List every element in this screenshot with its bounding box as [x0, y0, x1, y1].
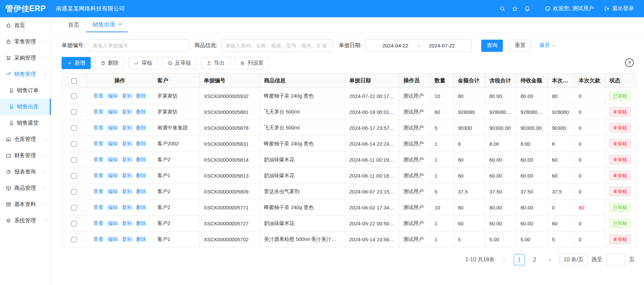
row-checkbox[interactable]	[71, 173, 77, 179]
unaudit-button[interactable]: 反审核	[162, 57, 197, 69]
cell-bill-no: XSCK00000005932	[200, 88, 260, 104]
sidebar-item-sales[interactable]: 销售管理	[0, 66, 51, 82]
row-action-delete[interactable]: 删除	[136, 172, 146, 178]
sidebar-item-system[interactable]: 系统管理	[0, 212, 51, 229]
page-jump-input[interactable]	[606, 254, 625, 265]
status-badge: 未审核	[609, 235, 630, 244]
sidebar-item-home[interactable]: 首页	[0, 17, 51, 34]
row-action-copy[interactable]: 复制	[122, 220, 132, 226]
expand-link[interactable]: 展开	[539, 42, 556, 49]
row-action-edit[interactable]: 编辑	[108, 204, 118, 210]
row-action-edit[interactable]: 编辑	[108, 93, 118, 99]
row-action-view[interactable]: 查看	[93, 141, 104, 146]
sidebar-item-purchase[interactable]: 采购管理	[0, 50, 51, 66]
reset-button[interactable]: 重置	[509, 40, 531, 52]
header-search-button[interactable]	[499, 6, 505, 12]
tab-home[interactable]: 首页	[62, 17, 86, 32]
row-action-delete[interactable]: 删除	[136, 220, 146, 226]
row-action-edit[interactable]: 编辑	[108, 109, 118, 115]
row-action-edit[interactable]: 编辑	[108, 157, 118, 162]
date-range-picker[interactable]: 2024-04-22 ~ 2024-07-22	[365, 39, 472, 52]
sidebar-item-goods[interactable]: 商品管理	[0, 180, 51, 196]
cell-receivable: 90300.00	[516, 120, 548, 136]
row-action-copy[interactable]: 复制	[122, 204, 132, 210]
search-button[interactable]: 查询	[481, 40, 503, 52]
row-checkbox[interactable]	[71, 141, 77, 147]
row-checkbox[interactable]	[71, 94, 77, 99]
row-action-copy[interactable]: 复制	[122, 236, 132, 242]
row-action-copy[interactable]: 复制	[122, 188, 132, 194]
page-button-2[interactable]: 2	[529, 254, 540, 265]
sidebar-item-sales-order[interactable]: 销售订单	[0, 82, 51, 99]
sales-outbound-table: 操作客户单据编号商品信息单据日期操作员数量金额合计含税合计待收金额本次收款本次欠…	[62, 73, 636, 247]
row-checkbox[interactable]	[71, 237, 77, 242]
row-action-delete[interactable]: 删除	[136, 236, 146, 242]
sidebar-item-sales-outbound[interactable]: 销售出库	[0, 99, 51, 115]
row-action-view[interactable]: 查看	[93, 220, 104, 226]
row-checkbox[interactable]	[71, 221, 77, 226]
row-action-delete[interactable]: 删除	[136, 125, 146, 130]
add-button[interactable]: 新增	[62, 57, 91, 69]
row-action-copy[interactable]: 复制	[122, 157, 132, 162]
sidebar-item-sales-return[interactable]: 销售退货	[0, 115, 51, 131]
row-action-edit[interactable]: 编辑	[108, 188, 118, 194]
header-bell-button[interactable]	[525, 6, 530, 12]
tab-close-icon[interactable]: ×	[118, 22, 121, 27]
sidebar-item-basedata[interactable]: 基本资料	[0, 196, 51, 212]
page-size-select[interactable]: 10 条/页	[559, 254, 587, 265]
tab-sales-outbound[interactable]: 销售出库×	[86, 17, 128, 32]
sidebar-item-report[interactable]: 报表查询	[0, 164, 51, 180]
row-checkbox[interactable]	[71, 157, 77, 163]
date-from[interactable]: 2024-04-22	[382, 43, 408, 48]
row-action-view[interactable]: 查看	[93, 125, 104, 130]
document-icon	[9, 121, 14, 125]
row-checkbox[interactable]	[71, 109, 77, 115]
column-setting-button[interactable]: 列设置	[235, 57, 269, 69]
row-action-delete[interactable]: 删除	[136, 204, 146, 210]
row-checkbox[interactable]	[71, 205, 77, 210]
row-checkbox[interactable]	[71, 189, 77, 195]
row-action-view[interactable]: 查看	[93, 236, 104, 242]
row-action-delete[interactable]: 删除	[136, 109, 146, 115]
audit-button[interactable]: 审核	[129, 57, 158, 69]
product-input[interactable]	[221, 39, 333, 52]
row-action-delete[interactable]: 删除	[136, 157, 146, 162]
row-action-view[interactable]: 查看	[93, 204, 104, 210]
row-action-view[interactable]: 查看	[93, 109, 104, 115]
prev-page-button[interactable]	[498, 254, 510, 265]
welcome-user[interactable]: 欢迎您, 测试用户	[545, 5, 594, 12]
export-button[interactable]: 导出	[201, 57, 230, 69]
row-action-copy[interactable]: 复制	[122, 93, 132, 99]
row-action-copy[interactable]: 复制	[122, 172, 132, 178]
row-action-copy[interactable]: 复制	[122, 141, 132, 146]
row-action-view[interactable]: 查看	[93, 172, 104, 178]
row-action-view[interactable]: 查看	[93, 93, 104, 99]
sidebar-item-retail[interactable]: 零售管理	[0, 34, 51, 50]
sidebar-item-warehouse[interactable]: 仓库管理	[0, 131, 51, 147]
row-action-copy[interactable]: 复制	[122, 109, 132, 115]
row-action-view[interactable]: 查看	[93, 157, 104, 162]
next-page-button[interactable]	[544, 254, 555, 265]
row-action-view[interactable]: 查看	[93, 188, 104, 194]
row-checkbox[interactable]	[71, 125, 77, 131]
plus-icon	[67, 61, 72, 66]
header-home-button[interactable]	[512, 6, 518, 12]
row-action-delete[interactable]: 删除	[136, 188, 146, 194]
table-row: 查看编辑复制删除南通中集集团XSCK00000005878飞天茅台 500ml2…	[62, 120, 636, 136]
row-action-edit[interactable]: 编辑	[108, 172, 118, 178]
logout-button[interactable]: 退出登录	[604, 5, 634, 12]
row-action-edit[interactable]: 编辑	[108, 125, 118, 130]
bill-no-input[interactable]	[88, 39, 190, 52]
row-action-delete[interactable]: 删除	[136, 93, 146, 99]
help-icon[interactable]: ?	[625, 58, 634, 67]
date-to[interactable]: 2024-07-22	[429, 43, 455, 48]
row-action-copy[interactable]: 复制	[122, 125, 132, 130]
row-action-edit[interactable]: 编辑	[108, 220, 118, 226]
row-action-edit[interactable]: 编辑	[108, 236, 118, 242]
delete-button[interactable]: 删除	[95, 57, 124, 69]
select-all-checkbox[interactable]	[71, 78, 77, 84]
row-action-delete[interactable]: 删除	[136, 141, 146, 146]
row-action-edit[interactable]: 编辑	[108, 141, 118, 146]
page-button-1[interactable]: 1	[514, 254, 525, 265]
sidebar-item-finance[interactable]: 财务管理	[0, 147, 51, 164]
